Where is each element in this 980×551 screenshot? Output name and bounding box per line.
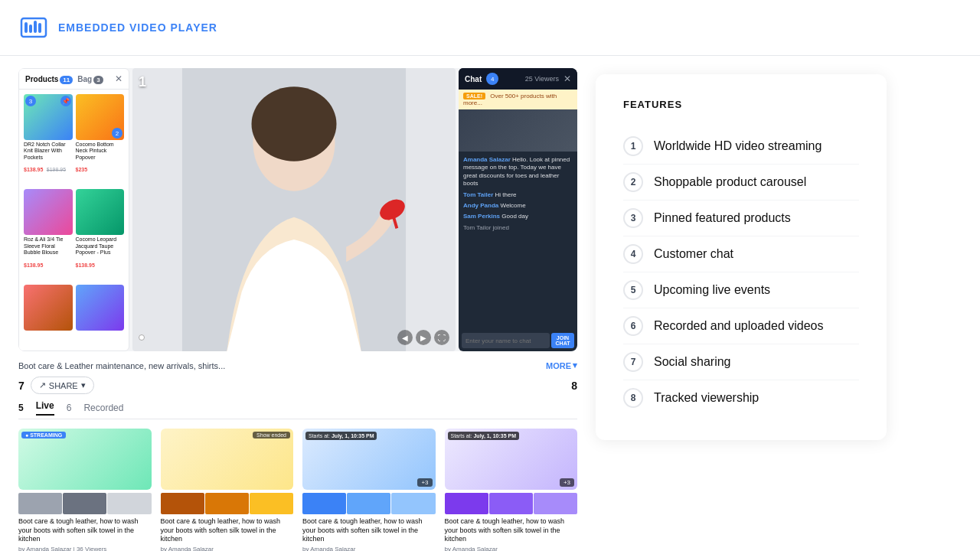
product-price: $138.95 <box>76 262 95 268</box>
list-item[interactable] <box>24 285 73 342</box>
list-item[interactable]: Roz & Ali 3/4 Tie Sleeve Floral Bubble B… <box>24 189 73 281</box>
video-author: by Amanda Salazar <box>445 546 578 551</box>
video-title: Boot care & tough leather, how to wash y… <box>18 517 152 544</box>
products-tabs: Products11 Bag3 ✕ <box>19 69 129 90</box>
features-title: FEATURES <box>623 99 859 110</box>
product-name: Roz & Ali 3/4 Tie Sleeve Floral Bubble B… <box>24 236 73 256</box>
list-item[interactable]: Starts at: July, 1, 10:35 PM +3 Boot car… <box>445 429 578 551</box>
live-tab-num: 5 <box>18 403 24 413</box>
plus-badge: +3 <box>560 478 574 487</box>
svg-rect-2 <box>29 24 32 33</box>
chat-message-text: Welcome <box>500 202 525 209</box>
sale-banner: SALE! Over 500+ products with more... <box>459 90 577 109</box>
product-old-price: $198.95 <box>47 167 66 172</box>
share-icon: ↗ <box>39 380 46 390</box>
video-title: Boot care & tough leather, how to wash y… <box>445 517 578 544</box>
video-author: by Amanda Salazar <box>302 546 436 551</box>
recorded-tab[interactable]: Recorded <box>83 403 123 413</box>
feature-number: 8 <box>623 388 643 408</box>
feature-label: Recorded and uploaded videos <box>654 319 824 333</box>
list-item: Andy Panda Welcome <box>463 202 573 210</box>
feature-item: 7 Social sharing <box>623 344 859 380</box>
list-item: Sam Perkins Good day <box>463 213 573 220</box>
chat-name-input[interactable] <box>462 333 550 348</box>
product-price: $138.95 <box>24 262 43 268</box>
starts-at-badge: Starts at: July, 1, 10:35 PM <box>448 432 519 440</box>
video-slide-number: 1 <box>139 74 146 90</box>
share-button[interactable]: ↗ SHARE ▾ <box>31 377 94 394</box>
video-fullscreen-button[interactable]: ⛶ <box>434 330 449 345</box>
feature-number: 1 <box>623 136 643 156</box>
chat-join-text: Tom Tailor joined <box>463 224 509 231</box>
feature-item: 2 Shoppable product carousel <box>623 165 859 201</box>
video-title: Boot care & tough leather, how to wash y… <box>161 517 294 544</box>
list-item[interactable]: ● STREAMING Boot care & tough leather, h… <box>18 429 152 551</box>
chat-tab-label: Chat <box>465 75 482 83</box>
list-item[interactable]: Cocomo Leopard Jacquard Taupe Popover - … <box>76 189 125 281</box>
recorded-tab-num: 6 <box>67 403 72 413</box>
feature-item: 8 Tracked viewership <box>623 380 859 416</box>
feature-number: 2 <box>623 172 643 192</box>
video-control-dot[interactable] <box>139 334 145 341</box>
view-count: 8 <box>571 380 577 392</box>
products-close-button[interactable]: ✕ <box>115 73 122 84</box>
video-prev-button[interactable]: ◀ <box>397 330 413 345</box>
product-price: $138.95 <box>24 167 43 172</box>
live-tab[interactable]: Live <box>36 400 54 416</box>
product-title-bar: Boot care & Leather maintenance, new arr… <box>18 357 577 373</box>
product-badge-num: 2 <box>112 128 122 139</box>
chat-message-text: Good day <box>501 213 528 220</box>
list-item[interactable]: Show ended Boot care & tough leather, ho… <box>161 429 294 551</box>
product-description-text: Boot care & Leather maintenance, new arr… <box>18 361 225 370</box>
chat-username: Andy Panda <box>463 202 498 209</box>
feature-label: Pinned featured products <box>654 211 791 225</box>
video-player[interactable]: 1 ◀ ▶ ⛶ <box>132 68 456 351</box>
feature-item: 1 Worldwide HD video streaming <box>623 129 859 165</box>
feature-label: Shoppable product carousel <box>654 175 806 189</box>
product-strip <box>302 493 436 514</box>
feature-label: Social sharing <box>654 355 731 369</box>
list-item[interactable]: Starts at: July, 1, 10:35 PM +3 Boot car… <box>302 429 436 551</box>
list-item[interactable]: 3 📌 DR2 Notch Collar Knit Blazer With Po… <box>24 94 73 186</box>
svg-rect-1 <box>24 22 28 33</box>
products-panel: Products11 Bag3 ✕ 3 📌 DR2 Notch Collar <box>18 68 129 351</box>
product-strip <box>445 493 578 514</box>
join-chat-button[interactable]: JOIN CHAT <box>551 333 574 348</box>
player-container: Products11 Bag3 ✕ 3 📌 DR2 Notch Collar <box>18 68 577 351</box>
logo-title: EMBEDDED VIDEO PLAYER <box>58 21 217 34</box>
feature-label: Customer chat <box>654 247 733 261</box>
chat-panel: Chat 4 25 Viewers ✕ SALE! Over 500+ prod… <box>459 68 577 351</box>
products-tab[interactable]: Products11 <box>25 75 73 83</box>
product-name: Cocomo Bottom Neck Pintuck Popover <box>76 142 125 161</box>
starts-at-badge: Starts at: July, 1, 10:35 PM <box>305 432 377 440</box>
svg-rect-3 <box>34 21 37 33</box>
chat-message-text: Hi there <box>495 191 517 198</box>
features-list: 1 Worldwide HD video streaming 2 Shoppab… <box>623 129 859 416</box>
list-item[interactable]: 2 Cocomo Bottom Neck Pintuck Popover $23… <box>76 94 125 186</box>
video-person-image <box>132 68 456 351</box>
videos-row: ● STREAMING Boot care & tough leather, h… <box>18 429 577 551</box>
list-item: Amanda Salazar Hello. Look at pinned mes… <box>463 156 573 188</box>
feature-number: 7 <box>623 352 643 372</box>
video-author: by Amanda Salazar | 36 Viewers <box>18 546 152 551</box>
video-next-button[interactable]: ▶ <box>416 330 431 345</box>
feature-number: 6 <box>623 316 643 336</box>
feature-number: 3 <box>623 208 643 228</box>
streaming-badge: ● STREAMING <box>21 432 66 439</box>
list-item: Tom Tailor joined <box>463 224 573 232</box>
video-title: Boot care & tough leather, how to wash y… <box>302 517 436 544</box>
chat-close-button[interactable]: ✕ <box>564 73 571 84</box>
product-badge-num: 3 <box>25 96 36 106</box>
product-price: $235 <box>76 167 88 172</box>
chat-badge: 4 <box>486 73 498 85</box>
chat-input-area: JOIN CHAT <box>459 330 577 351</box>
more-link[interactable]: MORE ▾ <box>546 360 577 370</box>
feature-label: Tracked viewership <box>654 391 759 405</box>
bag-tab[interactable]: Bag3 <box>77 75 103 83</box>
list-item[interactable] <box>76 285 125 342</box>
chat-header: Chat 4 25 Viewers ✕ <box>459 68 577 90</box>
products-grid: 3 📌 DR2 Notch Collar Knit Blazer With Po… <box>19 90 129 347</box>
feature-item: 3 Pinned featured products <box>623 201 859 236</box>
product-name: DR2 Notch Collar Knit Blazer With Pocket… <box>24 142 73 161</box>
logo: EMBEDDED VIDEO PLAYER <box>18 12 217 43</box>
